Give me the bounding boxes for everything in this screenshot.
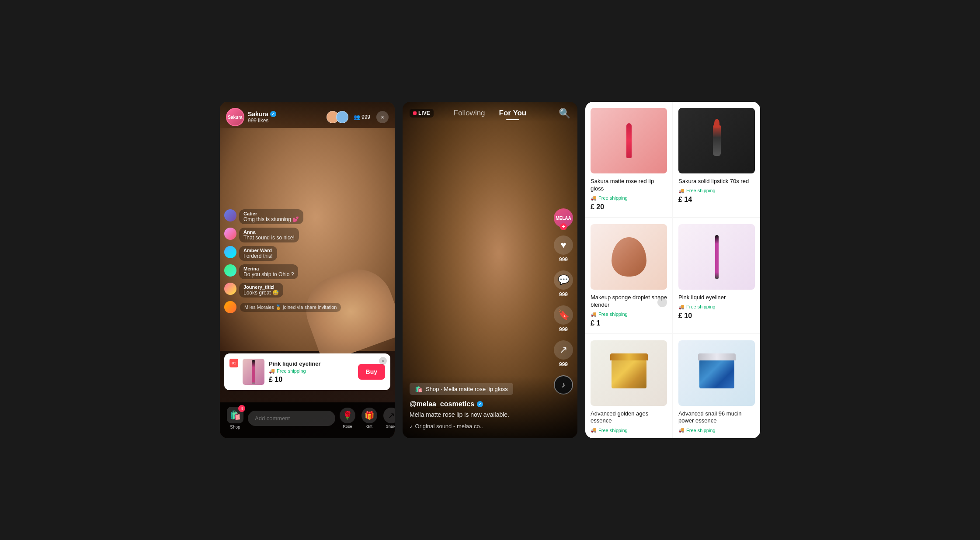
- music-note-icon: ♪: [410, 423, 413, 429]
- sound-label: ♪ Original sound - melaa co..: [410, 423, 551, 429]
- share-icon: ↗: [554, 340, 573, 360]
- bookmark-icon: 🔖: [554, 305, 573, 325]
- shop-button[interactable]: 4 🛍️ Shop: [227, 407, 243, 429]
- bookmark-button[interactable]: 🔖 999: [554, 305, 573, 332]
- feed-panel: LIVE Following For You 🔍 MELAA + ♥ 999 💬: [403, 102, 577, 438]
- comment-message: Looks great 😅: [243, 290, 279, 296]
- bookmarks-count: 999: [559, 326, 568, 332]
- comment-icon: 💬: [554, 270, 573, 290]
- tab-following[interactable]: Following: [447, 109, 492, 118]
- comment-bubble: Anna That sound is so nice!: [239, 228, 299, 242]
- product-image: [591, 340, 667, 406]
- comment-input[interactable]: [248, 411, 335, 426]
- comment-avatar: [224, 246, 236, 258]
- shipping-tag: 🚚 Free shipping: [591, 312, 667, 317]
- product-name: Makeup sponge droplet shape blender: [591, 294, 667, 309]
- live-dot: [413, 111, 417, 115]
- product-close-button[interactable]: ×: [379, 357, 387, 365]
- product-item[interactable]: Sakura matte rose red lip gloss 🚚 Free s…: [585, 102, 672, 217]
- tab-for-you[interactable]: For You: [492, 109, 534, 118]
- comment-bubble: Jounery_titizi Looks great 😅: [239, 283, 283, 298]
- truck-icon: 🚚: [678, 427, 685, 433]
- video-description: Mella matte rose lip is now available.: [410, 411, 551, 419]
- product-number: 01: [229, 359, 238, 367]
- verified-icon: ✓: [477, 401, 483, 407]
- like-button[interactable]: ♥ 999: [554, 235, 573, 263]
- shop-tag-label: Shop · Mella matte rose lip gloss: [426, 386, 508, 392]
- gift-label: Gift: [366, 424, 372, 429]
- product-item[interactable]: Advanced golden ages essence 🚚 Free ship…: [585, 334, 672, 438]
- comments-overlay: Catier Omg this is stunning 💕 Anna That …: [224, 209, 390, 316]
- close-button[interactable]: ×: [376, 111, 389, 123]
- comment-avatar: [224, 264, 236, 277]
- share-button[interactable]: ↗ Share: [383, 408, 395, 429]
- comment-username: Amber Ward: [243, 248, 273, 253]
- comment-item: Jounery_titizi Looks great 😅: [224, 283, 390, 298]
- product-image: [678, 340, 755, 406]
- product-image: [678, 108, 755, 173]
- verified-icon: ✓: [270, 111, 276, 117]
- product-item[interactable]: Advanced snail 96 mucin power essence 🚚 …: [673, 334, 760, 438]
- shop-product-tag[interactable]: 🛍️ Shop · Mella matte rose lip gloss: [410, 383, 513, 395]
- comment-item: Amber Ward I orderd this!: [224, 246, 390, 261]
- comment-avatar: [224, 283, 236, 295]
- product-item[interactable]: Makeup sponge droplet shape blender 🚚 Fr…: [585, 218, 672, 333]
- scroll-indicator: [657, 298, 667, 307]
- rose-label: Rose: [343, 424, 352, 429]
- shipping-tag: 🚚 Free shipping: [678, 427, 755, 433]
- creator-avatar-label: MELAA: [556, 216, 571, 221]
- product-item[interactable]: Pink liquid eyeliner 🚚 Free shipping £ 1…: [673, 218, 760, 333]
- comment-bubble: Merina Do you ship to Ohio ?: [239, 264, 298, 279]
- viewer-avatars: [327, 111, 348, 123]
- truck-icon: 🚚: [678, 188, 685, 194]
- product-name: Sakura matte rose red lip gloss: [591, 178, 667, 193]
- comment-button[interactable]: 💬 999: [554, 270, 573, 298]
- share-button[interactable]: ↗ 999: [554, 340, 573, 367]
- product-item[interactable]: Sakura solid lipstick 70s red 🚚 Free shi…: [673, 102, 760, 217]
- share-label: Share: [386, 424, 395, 429]
- shipping-tag: 🚚 Free shipping: [678, 188, 755, 194]
- creator-follow[interactable]: MELAA +: [554, 208, 573, 228]
- search-button[interactable]: 🔍: [559, 108, 570, 119]
- gift-button[interactable]: 🎁 Gift: [361, 408, 377, 429]
- rose-button[interactable]: 🌹 Rose: [340, 408, 355, 429]
- user-info: Sakura ✓ 999 likes: [248, 111, 327, 124]
- feed-header: LIVE Following For You 🔍: [403, 102, 577, 122]
- product-grid: Sakura matte rose red lip gloss 🚚 Free s…: [585, 102, 760, 438]
- comment-message: I orderd this!: [243, 253, 273, 259]
- comment-username: Merina: [243, 266, 294, 271]
- viewers-count: 👥 999: [354, 114, 370, 120]
- comment-item: Anna That sound is so nice!: [224, 228, 390, 242]
- live-header: Sakura Sakura ✓ 999 likes 👥 999 ×: [220, 102, 395, 131]
- comment-avatar: [224, 228, 236, 240]
- shop-label: Shop: [230, 425, 240, 429]
- username: Sakura ✓: [248, 111, 327, 118]
- toolbar-icons: 🌹 Rose 🎁 Gift ↗ Share: [340, 408, 395, 429]
- lipstick-tip: [714, 119, 719, 128]
- truck-icon: 🚚: [678, 304, 685, 310]
- shipping-tag: 🚚 Free shipping: [269, 368, 354, 374]
- shipping-tag: 🚚 Free shipping: [678, 304, 755, 310]
- eyeliner-visual: [252, 360, 255, 384]
- shipping-label: Free shipping: [277, 368, 306, 374]
- sponge-visual: [612, 237, 646, 277]
- eyeliner-visual: [715, 235, 719, 279]
- follow-plus-icon: +: [560, 223, 567, 230]
- buy-button[interactable]: Buy: [358, 364, 385, 380]
- screen-container: Sakura Sakura ✓ 999 likes 👥 999 ×: [211, 93, 769, 447]
- join-text: Miles Morales 🏅 joined via share invitat…: [240, 303, 341, 312]
- comment-message: Do you ship to Ohio ?: [243, 271, 294, 277]
- product-name: Advanced snail 96 mucin power essence: [678, 410, 755, 425]
- product-image: [678, 224, 755, 290]
- live-toolbar: 4 🛍️ Shop 🌹 Rose 🎁 Gift ↗ Share: [220, 402, 395, 438]
- lipstick-visual: [713, 125, 721, 156]
- product-image: [243, 359, 264, 385]
- avatar-label: Sakura: [228, 115, 242, 120]
- shop-badge: 4: [238, 405, 245, 412]
- people-icon: 👥: [354, 114, 360, 120]
- product-price: £ 10: [269, 376, 354, 384]
- gold-jar-lid: [610, 353, 648, 360]
- viewer-avatar-2: [336, 111, 348, 123]
- likes-count: 999: [559, 256, 568, 263]
- join-avatar: [224, 301, 236, 313]
